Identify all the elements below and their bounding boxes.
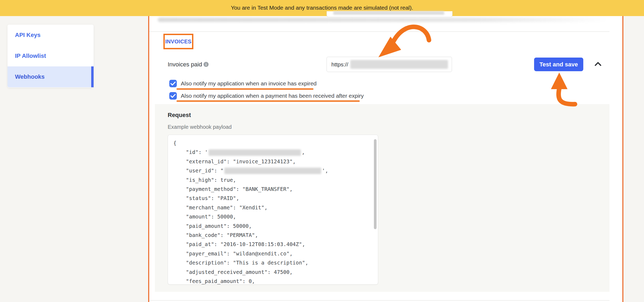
settings-sidebar: API Keys IP Allowlist Webhooks <box>7 25 94 88</box>
redacted-url-blur <box>333 11 444 15</box>
webhook-url-text: https:// <box>331 61 348 68</box>
redacted-row-blur <box>158 18 608 22</box>
active-item-accent-bar <box>91 66 94 87</box>
previous-webhook-url-input-partial[interactable] <box>327 11 453 17</box>
test-mode-banner-text: You are in Test Mode and any transaction… <box>231 5 413 11</box>
request-title: Request <box>168 112 191 119</box>
invoices-paid-label: Invoices paid <box>168 61 202 68</box>
sidebar-item-api-keys[interactable]: API Keys <box>7 25 94 46</box>
annotation-underline-2 <box>177 100 360 102</box>
sidebar-item-label: API Keys <box>15 32 40 39</box>
webhook-url-input[interactable]: https:// <box>327 57 452 72</box>
webhooks-settings-page: You are in Test Mode and any transaction… <box>0 0 644 302</box>
annotation-vertical-line-right <box>622 16 623 302</box>
annotation-vertical-line-left <box>148 16 149 302</box>
redacted-user-id-blur <box>224 168 321 174</box>
redacted-url-blur <box>350 60 448 69</box>
json-payload: { "id": ', "external_id": "invoice_12312… <box>168 135 378 285</box>
section-divider <box>149 31 610 32</box>
sidebar-item-webhooks[interactable]: Webhooks <box>7 66 94 87</box>
annotation-underline-1 <box>177 88 313 90</box>
test-mode-banner: You are in Test Mode and any transaction… <box>0 0 644 16</box>
invoices-section-label: INVOICES <box>165 39 191 45</box>
sidebar-item-label: Webhooks <box>15 73 45 80</box>
webhooks-main-panel: INVOICES Invoices paid i https:// Test a… <box>149 16 622 302</box>
request-subtitle: Example webhook payload <box>168 124 232 130</box>
info-icon[interactable]: i <box>204 62 209 67</box>
test-and-save-button[interactable]: Test and save <box>534 58 583 71</box>
checkmark-icon <box>170 94 176 98</box>
request-section: Request Example webhook payload { "id": … <box>155 104 610 292</box>
checkbox-label-invoice-expired[interactable]: Also notify my application when an invoi… <box>181 80 317 87</box>
chevron-up-icon[interactable] <box>594 61 602 67</box>
redacted-id-blur <box>209 149 301 156</box>
checkbox-notify-invoice-expired[interactable] <box>169 80 177 87</box>
sidebar-item-label: IP Allowlist <box>15 52 46 59</box>
annotation-box-invoices: INVOICES <box>163 34 193 49</box>
code-scrollbar-thumb[interactable] <box>374 139 377 229</box>
sidebar-item-ip-allowlist[interactable]: IP Allowlist <box>7 46 94 66</box>
example-payload-code-block[interactable]: { "id": ', "external_id": "invoice_12312… <box>168 135 378 285</box>
checkmark-icon <box>170 81 176 86</box>
checkbox-notify-payment-after-expiry[interactable] <box>169 92 177 100</box>
section-divider <box>149 300 610 301</box>
checkbox-label-payment-after-expiry[interactable]: Also notify my application when a paymen… <box>181 93 364 99</box>
